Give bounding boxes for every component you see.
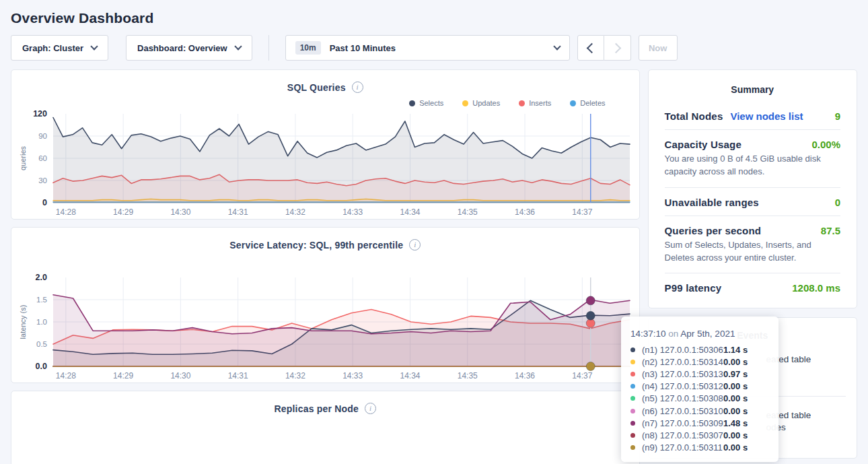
tooltip-node-label: (n6) 127.0.0.1:50310 bbox=[642, 406, 723, 416]
svg-text:14:31: 14:31 bbox=[228, 207, 248, 217]
summary-row-unavailable-ranges: Unavailable ranges 0 bbox=[665, 188, 841, 216]
tooltip-node-row: (n9) 127.0.0.1:503110.00 s bbox=[630, 442, 769, 454]
replicas-per-node-panel: Replicas per Node i bbox=[11, 391, 640, 464]
replicas-per-node-title: Replicas per Node bbox=[274, 403, 359, 414]
legend-item-inserts: Inserts bbox=[519, 98, 551, 108]
time-range-badge: 10m bbox=[295, 41, 321, 55]
summary-heading: Summary bbox=[649, 70, 857, 102]
svg-text:30: 30 bbox=[38, 176, 47, 185]
svg-text:2.0: 2.0 bbox=[36, 273, 47, 282]
tooltip-node-value: 0.00 s bbox=[723, 442, 769, 453]
tooltip-node-value: 0.97 s bbox=[723, 369, 769, 379]
tooltip-node-row: (n2) 127.0.0.1:503140.00 s bbox=[630, 356, 769, 368]
tooltip-node-value: 0.00 s bbox=[723, 393, 769, 403]
p99-latency-label: P99 latency bbox=[665, 282, 722, 294]
tooltip-node-label: (n9) 127.0.0.1:50311 bbox=[642, 442, 723, 453]
sql-queries-chart[interactable]: 14:2814:2914:3014:3114:3214:3314:3414:35… bbox=[15, 108, 635, 219]
chevron-down-icon bbox=[553, 42, 560, 50]
time-next-button[interactable] bbox=[604, 35, 631, 61]
tooltip-node-row: (n3) 127.0.0.1:503130.97 s bbox=[630, 368, 769, 380]
node-color-dot bbox=[630, 347, 635, 352]
node-color-dot bbox=[630, 372, 635, 376]
sql-queries-panel: SQL Queries i SelectsUpdatesInsertsDelet… bbox=[11, 69, 640, 220]
legend-dot bbox=[409, 100, 415, 106]
svg-text:14:31: 14:31 bbox=[228, 371, 248, 380]
time-range-picker[interactable]: 10m Past 10 Minutes bbox=[285, 35, 570, 61]
svg-text:90: 90 bbox=[38, 132, 47, 140]
tooltip-node-label: (n2) 127.0.0.1:50314 bbox=[642, 357, 723, 367]
svg-text:0: 0 bbox=[42, 198, 47, 207]
svg-text:14:32: 14:32 bbox=[285, 207, 305, 217]
svg-text:1.0: 1.0 bbox=[36, 318, 47, 326]
svg-text:14:35: 14:35 bbox=[458, 371, 478, 380]
legend-item-selects: Selects bbox=[409, 98, 443, 108]
charts-column: SQL Queries i SelectsUpdatesInsertsDelet… bbox=[11, 69, 640, 464]
legend-item-deletes: Deletes bbox=[570, 98, 605, 108]
svg-text:0.5: 0.5 bbox=[36, 340, 47, 348]
tooltip-node-row: (n8) 127.0.0.1:503070.00 s bbox=[630, 429, 769, 441]
qps-description: Sum of Selects, Updates, Inserts, and De… bbox=[665, 239, 841, 273]
tooltip-node-row: (n7) 127.0.0.1:503091.48 s bbox=[630, 417, 769, 429]
svg-text:14:28: 14:28 bbox=[56, 371, 76, 380]
info-icon[interactable]: i bbox=[409, 239, 421, 251]
tooltip-node-label: (n3) 127.0.0.1:50313 bbox=[642, 369, 723, 379]
svg-text:14:33: 14:33 bbox=[342, 207, 363, 217]
chevron-down-icon bbox=[234, 42, 242, 50]
svg-text:14:37: 14:37 bbox=[572, 371, 592, 380]
tooltip-timestamp: 14:37:10 on Apr 5th, 2021 bbox=[630, 329, 769, 339]
hover-data-dot bbox=[586, 311, 595, 320]
node-color-dot bbox=[630, 445, 635, 450]
svg-text:14:33: 14:33 bbox=[342, 371, 363, 380]
tooltip-node-row: (n6) 127.0.0.1:503100.00 s bbox=[630, 405, 769, 417]
tooltip-node-value: 0.00 s bbox=[723, 406, 769, 416]
dashboard-dropdown[interactable]: Dashboard: Overview bbox=[126, 35, 252, 61]
graph-dropdown-label: Graph: Cluster bbox=[22, 43, 83, 53]
capacity-usage-label: Capacity Usage bbox=[665, 139, 742, 150]
graph-dropdown[interactable]: Graph: Cluster bbox=[11, 35, 108, 61]
summary-row-total-nodes: Total Nodes View nodes list 9 bbox=[665, 102, 841, 129]
tooltip-node-row: (n5) 127.0.0.1:503080.00 s bbox=[630, 393, 769, 405]
toolbar: Graph: Cluster Dashboard: Overview 10m P… bbox=[11, 35, 857, 61]
capacity-usage-description: You are using 0 B of 4.5 GiB usable disk… bbox=[665, 153, 841, 187]
svg-text:14:28: 14:28 bbox=[56, 207, 76, 217]
tooltip-node-label: (n4) 127.0.0.1:50312 bbox=[642, 381, 723, 391]
tooltip-node-label: (n1) 127.0.0.1:50306 bbox=[642, 345, 723, 355]
svg-text:14:34: 14:34 bbox=[400, 371, 420, 380]
dashboard-dropdown-label: Dashboard: Overview bbox=[137, 43, 227, 53]
tooltip-node-label: (n5) 127.0.0.1:50308 bbox=[642, 393, 723, 403]
info-icon[interactable]: i bbox=[365, 403, 376, 414]
tooltip-node-value: 1.14 s bbox=[723, 345, 769, 355]
svg-text:14:29: 14:29 bbox=[113, 371, 133, 380]
tooltip-node-value: 1.48 s bbox=[723, 418, 769, 428]
time-prev-button[interactable] bbox=[577, 35, 604, 61]
chevron-right-icon bbox=[610, 42, 621, 53]
svg-text:14:30: 14:30 bbox=[170, 371, 190, 380]
summary-row-p99: P99 latency 1208.0 ms bbox=[665, 273, 841, 301]
tooltip-node-value: 0.00 s bbox=[723, 430, 769, 440]
p99-latency-value: 1208.0 ms bbox=[792, 282, 840, 294]
view-nodes-list-link[interactable]: View nodes list bbox=[730, 110, 803, 122]
unavailable-ranges-label: Unavailable ranges bbox=[665, 197, 759, 208]
sql-queries-title: SQL Queries bbox=[287, 82, 346, 93]
qps-label: Queries per second bbox=[665, 225, 762, 236]
total-nodes-label: Total Nodes bbox=[665, 110, 723, 122]
node-color-dot bbox=[630, 409, 635, 413]
node-color-dot bbox=[630, 360, 635, 364]
info-icon[interactable]: i bbox=[352, 81, 363, 93]
svg-text:14:29: 14:29 bbox=[113, 207, 133, 217]
node-color-dot bbox=[630, 433, 635, 438]
tooltip-node-label: (n8) 127.0.0.1:50307 bbox=[642, 430, 723, 440]
now-button[interactable]: Now bbox=[639, 35, 678, 61]
qps-value: 87.5 bbox=[821, 225, 840, 236]
hover-data-dot bbox=[586, 362, 595, 371]
service-latency-chart[interactable]: 14:2814:2914:3014:3114:3214:3314:3414:35… bbox=[15, 272, 635, 383]
legend-item-updates: Updates bbox=[462, 98, 500, 108]
chart-tooltip: 14:37:10 on Apr 5th, 2021 (n1) 127.0.0.1… bbox=[621, 317, 779, 462]
chevron-left-icon bbox=[587, 42, 598, 53]
tooltip-node-value: 0.00 s bbox=[723, 357, 769, 367]
service-latency-panel: Service Latency: SQL, 99th percentile i … bbox=[11, 227, 640, 383]
replicas-chart-area bbox=[11, 414, 639, 464]
svg-text:latency (s): latency (s) bbox=[19, 305, 27, 339]
capacity-usage-value: 0.00% bbox=[811, 139, 840, 150]
svg-text:1.5: 1.5 bbox=[36, 296, 47, 304]
